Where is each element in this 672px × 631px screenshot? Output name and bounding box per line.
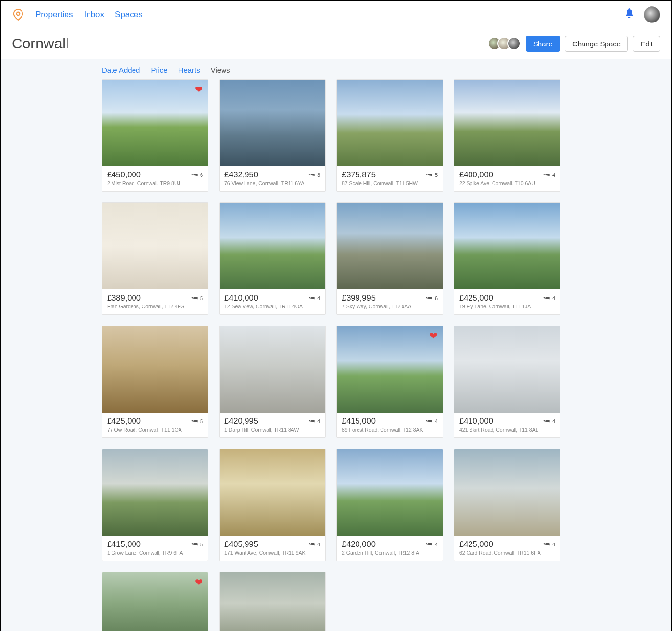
property-card-body: £410,0004421 Skirt Road, Cornwall, T11 8… — [454, 413, 560, 437]
page-title: Cornwall — [12, 35, 69, 52]
property-card-body: £375,875587 Scale Hill, Cornwall, T11 5H… — [337, 166, 443, 191]
property-price: £400,000 — [459, 170, 493, 179]
property-card[interactable]: £375,875587 Scale Hill, Cornwall, T11 5H… — [336, 79, 443, 192]
property-beds: 5 — [190, 542, 203, 547]
property-image — [220, 203, 325, 289]
property-card[interactable]: £420,99541 Darp Hill, Cornwall, TR11 8AW — [219, 326, 326, 438]
property-beds: 4 — [542, 295, 555, 301]
bed-count: 4 — [317, 418, 320, 424]
property-card-body: £425,000577 Ow Road, Cornwall, T11 1OA — [102, 413, 208, 437]
property-image — [220, 80, 325, 166]
bed-icon — [308, 295, 315, 301]
top-nav: Properties Inbox Spaces — [1, 1, 671, 28]
property-card[interactable]: £410,000412 Sea View, Cornwall, TR11 4OA — [219, 202, 326, 315]
property-card[interactable]: £389,0005Fran Gardens, Cornwall, T12 4FG — [102, 202, 208, 315]
property-card-body: £399,99567 Sky Way, Cornwall, T12 9AA — [337, 289, 443, 314]
logo-icon[interactable] — [12, 8, 24, 21]
bed-count: 5 — [200, 418, 203, 424]
bed-count: 4 — [552, 172, 555, 178]
property-image — [102, 203, 208, 289]
property-card[interactable]: ❤£450,00062 Mist Road, Cornwall, TR9 8UJ — [102, 79, 208, 192]
property-price: £415,000 — [342, 416, 376, 426]
bed-count: 5 — [435, 172, 438, 178]
sort-bar: Date Added Price Hearts Views — [1, 59, 671, 79]
property-price: £425,000 — [459, 293, 493, 303]
property-card[interactable]: £405,9954171 Want Ave, Cornwall, TR11 9A… — [219, 449, 326, 561]
property-price: £375,875 — [342, 170, 376, 179]
sort-price[interactable]: Price — [151, 66, 167, 74]
bed-icon — [425, 542, 433, 547]
property-grid: ❤£450,00062 Mist Road, Cornwall, TR9 8UJ… — [1, 79, 671, 631]
bed-count: 4 — [552, 295, 555, 301]
property-beds: 4 — [308, 542, 320, 547]
svg-point-0 — [17, 12, 20, 15]
heart-icon[interactable]: ❤ — [195, 84, 203, 95]
property-image: ❤ — [102, 572, 208, 631]
property-card-body: £405,9954171 Want Ave, Cornwall, TR11 9A… — [220, 536, 325, 561]
property-card-body: £450,00062 Mist Road, Cornwall, TR9 8UJ — [102, 166, 208, 191]
bed-icon — [190, 418, 198, 424]
nav-link-spaces[interactable]: Spaces — [115, 10, 143, 20]
property-address: 7 Sky Way, Cornwall, T12 9AA — [342, 304, 438, 309]
user-avatar[interactable] — [644, 6, 660, 23]
property-beds: 4 — [308, 295, 320, 301]
property-price: £425,000 — [107, 416, 141, 426]
property-card[interactable]: ❤£415,000489 Forest Road, Cornwall, T12 … — [336, 326, 443, 438]
bed-count: 4 — [435, 542, 438, 547]
edit-button[interactable]: Edit — [633, 36, 660, 52]
collaborator-avatars[interactable] — [492, 37, 521, 50]
property-card-body: £432,950376 View Lane, Cornwall, TR11 6Y… — [220, 166, 325, 191]
property-card[interactable]: £420,00042 Garden Hill, Cornwall, TR12 8… — [336, 449, 443, 561]
property-price: £415,000 — [107, 540, 141, 549]
avatar — [507, 37, 521, 50]
property-card[interactable] — [219, 572, 326, 631]
property-image — [337, 80, 443, 166]
property-card[interactable]: £432,950376 View Lane, Cornwall, TR11 6Y… — [219, 79, 326, 192]
header-actions: Share Change Space Edit — [492, 36, 660, 52]
change-space-button[interactable]: Change Space — [565, 36, 628, 52]
property-image — [220, 449, 325, 536]
property-address: 62 Card Road, Cornwall, TR11 6HA — [459, 550, 555, 556]
property-card[interactable]: ❤ — [102, 572, 208, 631]
property-card-body: £415,000489 Forest Road, Cornwall, T12 8… — [337, 413, 443, 437]
nav-left: Properties Inbox Spaces — [12, 8, 143, 21]
property-card[interactable]: £410,0004421 Skirt Road, Cornwall, T11 8… — [454, 326, 560, 438]
bed-count: 5 — [200, 542, 203, 547]
property-price: £432,950 — [224, 170, 258, 179]
bed-icon — [542, 172, 550, 178]
property-image: ❤ — [102, 80, 208, 166]
bed-icon — [190, 542, 198, 547]
property-beds: 6 — [190, 172, 203, 178]
bell-icon[interactable] — [625, 8, 634, 21]
property-beds: 4 — [425, 418, 438, 424]
share-button[interactable]: Share — [526, 36, 560, 52]
nav-link-inbox[interactable]: Inbox — [84, 10, 104, 20]
property-card[interactable]: £425,000419 Fly Lane, Cornwall, T11 1JA — [454, 202, 560, 315]
sort-views[interactable]: Views — [211, 66, 230, 74]
sort-hearts[interactable]: Hearts — [179, 66, 200, 74]
property-card[interactable]: £425,000462 Card Road, Cornwall, TR11 6H… — [454, 449, 560, 561]
property-address: 1 Grow Lane, Cornwall, TR9 6HA — [107, 550, 203, 556]
heart-icon[interactable]: ❤ — [195, 576, 203, 588]
property-card-body: £425,000462 Card Road, Cornwall, TR11 6H… — [454, 536, 560, 561]
heart-icon[interactable]: ❤ — [429, 330, 438, 342]
property-card[interactable]: £399,99567 Sky Way, Cornwall, T12 9AA — [336, 202, 443, 315]
property-price: £420,000 — [342, 540, 376, 549]
property-address: 421 Skirt Road, Cornwall, T11 8AL — [459, 427, 555, 433]
nav-right — [625, 6, 660, 23]
property-address: 2 Garden Hill, Cornwall, TR12 8IA — [342, 550, 438, 556]
property-price: £405,995 — [224, 540, 258, 549]
property-price: £389,000 — [107, 293, 141, 303]
bed-count: 6 — [200, 172, 203, 178]
property-card-body: £420,99541 Darp Hill, Cornwall, TR11 8AW — [220, 413, 325, 437]
property-beds: 5 — [190, 295, 203, 301]
property-card[interactable]: £425,000577 Ow Road, Cornwall, T11 1OA — [102, 326, 208, 438]
property-card[interactable]: £415,00051 Grow Lane, Cornwall, TR9 6HA — [102, 449, 208, 561]
property-image — [454, 326, 560, 413]
property-card[interactable]: £400,000422 Spike Ave, Cornwall, T10 6AU — [454, 79, 560, 192]
property-address: 76 View Lane, Cornwall, TR11 6YA — [224, 180, 320, 186]
bed-count: 3 — [317, 172, 320, 178]
sort-date-added[interactable]: Date Added — [102, 66, 140, 74]
bed-count: 4 — [552, 418, 555, 424]
nav-link-properties[interactable]: Properties — [35, 10, 73, 20]
